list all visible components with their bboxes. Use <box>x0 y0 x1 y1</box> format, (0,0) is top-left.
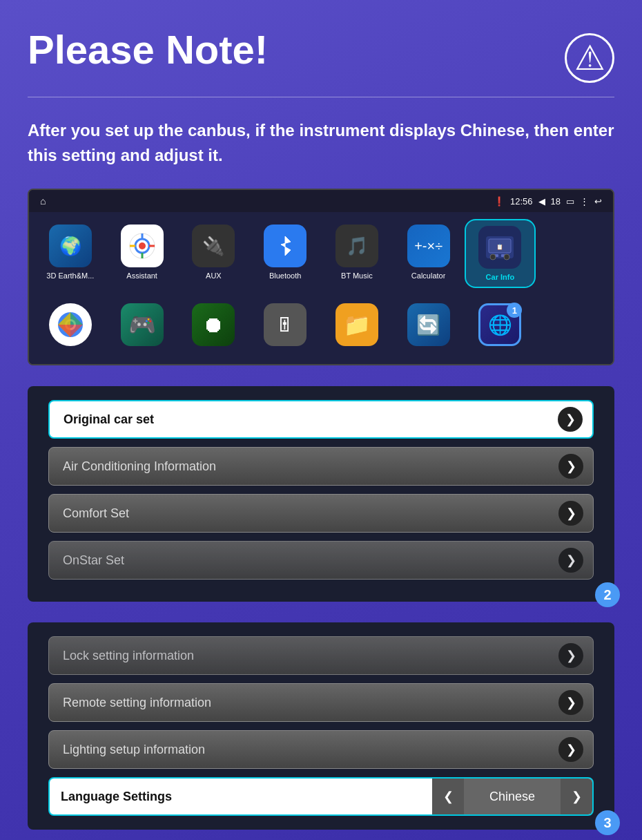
header-section: Please Note! ⚠ <box>28 28 614 83</box>
chevron-lighting-setup[interactable]: ❯ <box>558 737 583 762</box>
app-label-assistant: Assistant <box>126 271 157 280</box>
screenshot-2-wrapper: Original car set ❯ Air Conditioning Info… <box>28 386 614 602</box>
back-icon: ↩ <box>594 196 602 207</box>
menu-icon: ⋮ <box>580 196 589 207</box>
badge-2: 2 <box>595 582 620 607</box>
chevron-remote-setting[interactable]: ❯ <box>558 690 583 715</box>
chevron-original-car-set[interactable]: ❯ <box>558 407 583 432</box>
app-item-record[interactable]: ⏺ <box>178 298 250 356</box>
app-item-earth[interactable]: 🌍 3D Earth&M... <box>35 219 106 288</box>
app-label-aux: AUX <box>206 271 222 280</box>
chevron-onstar-set[interactable]: ❯ <box>558 548 583 573</box>
app-label-earth: 3D Earth&M... <box>46 271 94 280</box>
app-item-assistant[interactable]: Assistant <box>106 219 178 288</box>
app-icon-more: 🌐 1 <box>478 303 521 346</box>
chevron-lock-setting[interactable]: ❯ <box>558 643 583 668</box>
app-icon-bluetooth <box>264 225 307 267</box>
app-item-folder[interactable]: 📁 <box>321 298 393 356</box>
badge-1: 1 <box>507 303 522 318</box>
app-item-eq[interactable]: 🎚 <box>249 298 321 356</box>
app-grid-row1: 🌍 3D Earth&M... Assistant <box>29 212 613 295</box>
menu-label-lock-setting: Lock setting information <box>63 649 194 663</box>
app-item-carinfo[interactable]: 📋 Car Info <box>465 219 536 288</box>
alert-icon: ❗ <box>494 196 505 207</box>
svg-point-8 <box>490 254 496 260</box>
battery-icon: ▭ <box>566 196 574 207</box>
time-display: 12:56 <box>510 196 533 207</box>
menu-label-lighting-setup: Lighting setup information <box>63 743 205 757</box>
app-item-sync[interactable]: 🔄 <box>393 298 465 356</box>
language-settings-label: Language Settings <box>50 790 432 804</box>
menu-item-lock-setting[interactable]: Lock setting information ❯ <box>48 636 594 675</box>
app-icon-carinfo: 📋 <box>478 226 521 269</box>
app-icon-calculator: +-×÷ <box>407 225 450 267</box>
screenshot-2: Original car set ❯ Air Conditioning Info… <box>28 386 614 602</box>
status-right: ❗ 12:56 ◀ 18 ▭ ⋮ ↩ <box>494 196 602 207</box>
language-value: Chinese <box>464 777 561 816</box>
menu-item-lighting-setup[interactable]: Lighting setup information ❯ <box>48 730 594 769</box>
language-settings-row: Language Settings ❮ Chinese ❯ <box>48 777 594 816</box>
app-icon-record: ⏺ <box>192 303 235 346</box>
screenshot-1-wrapper: ⌂ ❗ 12:56 ◀ 18 ▭ ⋮ ↩ 🌍 3D Earth&M... <box>28 189 614 365</box>
language-left-arrow[interactable]: ❮ <box>432 777 464 816</box>
menu-item-original-car-set[interactable]: Original car set ❯ <box>48 400 594 439</box>
warning-icon: ⚠ <box>565 33 614 83</box>
svg-point-9 <box>504 254 509 260</box>
svg-point-2 <box>139 242 146 249</box>
app-icon-earth: 🌍 <box>49 225 92 267</box>
app-icon-assistant <box>121 225 164 267</box>
app-item-btmusic[interactable]: 🎵 BT Music <box>321 219 393 288</box>
screenshot-1: ⌂ ❗ 12:56 ◀ 18 ▭ ⋮ ↩ 🌍 3D Earth&M... <box>28 189 614 365</box>
screenshot-3-wrapper: Lock setting information ❯ Remote settin… <box>28 622 614 830</box>
badge-3: 3 <box>595 810 620 835</box>
app-icon-btmusic: 🎵 <box>335 225 378 267</box>
app-item-steering[interactable]: 🎮 <box>106 298 178 356</box>
app-label-btmusic: BT Music <box>341 271 373 280</box>
app-item-chrome[interactable] <box>35 298 106 356</box>
app-item-bluetooth[interactable]: Bluetooth <box>249 219 321 288</box>
app-item-aux[interactable]: 🔌 AUX <box>178 219 250 288</box>
app-icon-eq: 🎚 <box>264 303 307 346</box>
menu-label-comfort-set: Comfort Set <box>63 506 129 521</box>
volume-icon: ◀ <box>538 196 545 207</box>
app-icon-aux: 🔌 <box>192 225 235 267</box>
menu-label-onstar-set: OnStar Set <box>63 553 124 568</box>
app-icon-folder: 📁 <box>335 303 378 346</box>
menu-item-air-conditioning[interactable]: Air Conditioning Information ❯ <box>48 447 594 486</box>
chevron-air-conditioning[interactable]: ❯ <box>558 454 583 479</box>
menu-item-onstar-set[interactable]: OnStar Set ❯ <box>48 541 594 580</box>
app-icon-steering: 🎮 <box>121 303 164 346</box>
app-label-carinfo: Car Info <box>486 273 515 281</box>
app-item-more[interactable]: 🌐 1 <box>465 298 536 356</box>
menu-item-remote-setting[interactable]: Remote setting information ❯ <box>48 683 594 722</box>
volume-level: 18 <box>551 196 561 207</box>
status-left: ⌂ <box>40 195 46 207</box>
menu-item-comfort-set[interactable]: Comfort Set ❯ <box>48 494 594 533</box>
menu-label-remote-setting: Remote setting information <box>63 696 211 710</box>
app-label-bluetooth: Bluetooth <box>269 271 301 280</box>
page-title: Please Note! <box>28 28 268 72</box>
description-text: After you set up the canbus, if the inst… <box>28 118 614 168</box>
app-icon-sync: 🔄 <box>407 303 450 346</box>
app-item-calculator[interactable]: +-×÷ Calculator <box>393 219 465 288</box>
menu-label-air-conditioning: Air Conditioning Information <box>63 459 216 474</box>
app-grid-row2: 🎮 ⏺ 🎚 📁 🔄 🌐 1 <box>29 295 613 364</box>
home-icon: ⌂ <box>40 195 46 207</box>
app-label-calculator: Calculator <box>411 271 446 280</box>
divider <box>28 97 614 97</box>
language-right-arrow[interactable]: ❯ <box>561 777 592 816</box>
svg-text:📋: 📋 <box>496 243 503 250</box>
menu-label-original-car-set: Original car set <box>64 412 154 427</box>
status-bar: ⌂ ❗ 12:56 ◀ 18 ▭ ⋮ ↩ <box>29 190 613 212</box>
screenshot-3: Lock setting information ❯ Remote settin… <box>28 622 614 830</box>
chevron-comfort-set[interactable]: ❯ <box>558 501 583 526</box>
app-icon-chrome <box>49 303 92 346</box>
